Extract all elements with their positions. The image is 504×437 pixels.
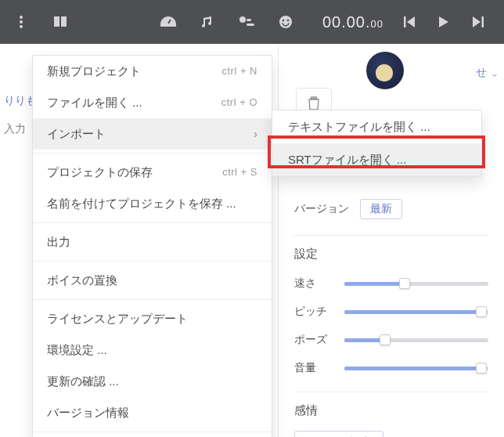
chevron-right-icon: › — [254, 125, 257, 143]
svg-rect-5 — [247, 23, 254, 26]
menu-item-label: 出力 — [47, 233, 70, 251]
version-select[interactable]: 最新 — [360, 199, 402, 219]
menu-item-label: バージョン情報 — [47, 403, 129, 422]
slider-row: 音量 — [294, 354, 488, 382]
submenu-item[interactable]: SRTファイルを開く ... — [272, 143, 481, 176]
menu-item-label: ファイルを開く ... — [47, 93, 142, 112]
menu-item-label: 新規プロジェクト — [47, 62, 141, 81]
divider — [294, 392, 488, 392]
menu-item[interactable]: 出力 — [33, 226, 272, 258]
timecode-main: 00.00. — [322, 13, 371, 31]
menu-item-label: インポート — [47, 125, 106, 143]
divider — [294, 235, 488, 236]
menu-item[interactable]: プロジェクトの保存ctrl + S — [33, 157, 272, 188]
svg-point-4 — [239, 16, 246, 23]
svg-point-9 — [287, 20, 290, 22]
menu-item-label: ボイスの置換 — [47, 271, 117, 290]
menu-item[interactable]: バージョン情報 — [33, 397, 272, 428]
skip-forward-icon[interactable] — [470, 13, 487, 31]
trash-icon — [308, 96, 320, 110]
menu-item[interactable]: ライセンスとアップデート — [33, 303, 272, 334]
top-toolbar: 00.00.00 — [0, 0, 504, 44]
slider-label: ピッチ — [294, 305, 344, 319]
emotion-heading: 感情 — [294, 403, 488, 418]
menu-item-label: 名前を付けてプロジェクトを保存 ... — [47, 194, 236, 213]
menu-item-label: 更新の確認 ... — [47, 372, 119, 391]
version-row: バージョン 最新 — [294, 193, 488, 226]
import-submenu: テキストファイルを開く ...SRTファイルを開く ... — [272, 110, 482, 177]
voice-split-icon[interactable] — [238, 13, 255, 31]
settings-heading: 設定 — [294, 247, 488, 262]
menu-shortcut: ctrl + O — [221, 95, 257, 111]
submenu-item-label: SRTファイルを開く ... — [288, 150, 406, 169]
slider-label: 速さ — [294, 276, 344, 291]
svg-rect-6 — [247, 19, 251, 21]
smiley-icon[interactable] — [277, 13, 294, 31]
svg-point-2 — [20, 25, 23, 28]
svg-point-0 — [20, 16, 23, 19]
menu-item-label: ライセンスとアップデート — [47, 309, 188, 328]
menu-separator — [33, 153, 272, 153]
custom-settings-button[interactable]: カスタム設定 — [294, 431, 383, 437]
slider-label: ポーズ — [294, 333, 344, 347]
voice-avatar[interactable] — [366, 52, 404, 89]
file-menu: 新規プロジェクトctrl + Nファイルを開く ...ctrl + Oインポート… — [32, 55, 272, 437]
menu-item-label: プロジェクトの保存 — [47, 163, 153, 182]
chevron-down-icon: ⌄ — [490, 67, 499, 79]
menu-item[interactable]: ファイルを開く ...ctrl + O — [33, 87, 272, 118]
slider-label: 音量 — [294, 361, 344, 375]
menu-separator — [33, 299, 272, 300]
menu-item[interactable]: インポート› — [33, 118, 272, 150]
menu-item-label: 環境設定 ... — [47, 341, 107, 359]
svg-rect-11 — [482, 16, 484, 27]
menu-item[interactable]: 新規プロジェクトctrl + N — [33, 56, 272, 87]
menu-item[interactable]: 環境設定 ... — [33, 334, 272, 366]
svg-point-8 — [283, 20, 285, 22]
version-label: バージョン — [294, 202, 349, 216]
slider[interactable] — [344, 361, 488, 375]
toolbar-left-group — [0, 13, 294, 31]
svg-rect-10 — [404, 16, 406, 27]
skip-back-icon[interactable] — [401, 13, 418, 31]
menu-separator — [33, 261, 272, 262]
svg-point-1 — [20, 20, 23, 23]
transport-controls — [383, 13, 504, 31]
menu-separator — [33, 432, 272, 432]
book-icon[interactable] — [52, 13, 69, 31]
slider-row: ポーズ — [294, 326, 488, 354]
slider[interactable] — [344, 333, 488, 347]
slider[interactable] — [344, 305, 488, 319]
menu-item[interactable]: ボイスの置換 — [33, 265, 272, 296]
timecode-frac: 00 — [371, 18, 383, 30]
submenu-item-label: テキストファイルを開く ... — [288, 117, 430, 136]
preset-label: せ — [476, 66, 487, 80]
menu-shortcut: ctrl + N — [221, 63, 257, 80]
timecode-display: 00.00.00 — [322, 13, 383, 31]
menu-item[interactable]: 名前を付けてプロジェクトを保存 ... — [33, 188, 272, 219]
more-icon[interactable] — [13, 13, 30, 31]
preset-dropdown[interactable]: せ ⌄ — [476, 66, 499, 80]
slider-row: ピッチ — [294, 298, 488, 326]
play-icon[interactable] — [435, 13, 452, 31]
menu-shortcut: ctrl + S — [222, 164, 257, 181]
left-clip-text-2: 入力 — [4, 122, 26, 136]
gauge-icon[interactable] — [160, 13, 177, 31]
music-icon[interactable] — [199, 13, 216, 31]
menu-separator — [33, 222, 272, 223]
slider-row: 速さ — [294, 269, 488, 298]
menu-item[interactable]: 更新の確認 ... — [33, 366, 272, 397]
submenu-item[interactable]: テキストファイルを開く ... — [272, 110, 481, 143]
slider[interactable] — [344, 276, 488, 291]
